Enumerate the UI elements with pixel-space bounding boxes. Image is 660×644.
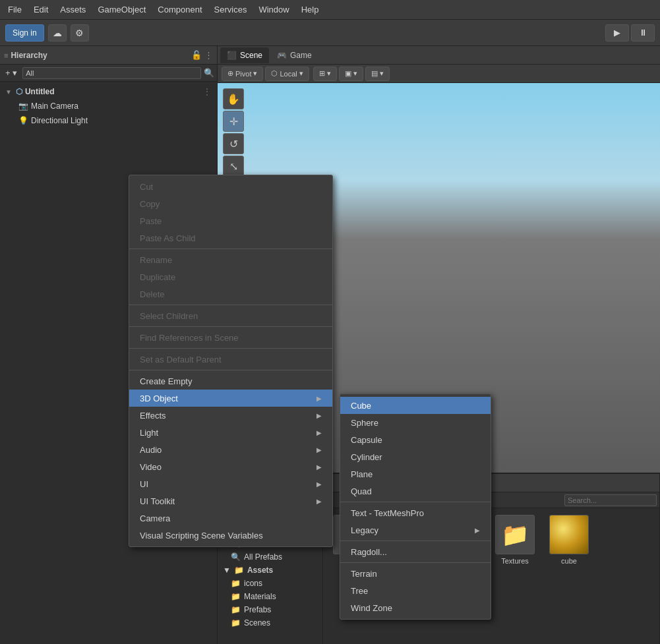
- sub-ragdoll[interactable]: Ragdoll...: [340, 543, 491, 560]
- cloud-button[interactable]: ☁: [48, 24, 67, 42]
- ctx-light[interactable]: Light ▶: [129, 424, 332, 441]
- ctx-copy[interactable]: Copy: [129, 195, 332, 212]
- ctx-ui[interactable]: UI ▶: [129, 475, 332, 492]
- local-label: Local: [280, 70, 297, 78]
- pivot-label: Pivot: [235, 70, 251, 78]
- menu-edit[interactable]: Edit: [28, 3, 53, 16]
- ctx-sep-1: [129, 249, 332, 249]
- pivot-icon: ⊕: [227, 69, 233, 78]
- menu-window[interactable]: Window: [253, 3, 294, 16]
- ctx-select-children-label: Select Children: [140, 311, 198, 321]
- scene-toolbar: ⊕ Pivot ▾ ⬡ Local ▾ ⊞ ▾ ▣ ▾ ▤ ▾: [218, 65, 660, 83]
- play-button[interactable]: ▶: [605, 24, 629, 42]
- hierarchy-add-button[interactable]: + ▾: [3, 67, 20, 79]
- ctx-delete[interactable]: Delete: [129, 285, 332, 303]
- render-button[interactable]: ▣ ▾: [339, 67, 363, 81]
- pivot-button[interactable]: ⊕ Pivot ▾: [222, 67, 263, 81]
- ctx-sep-4: [129, 348, 332, 349]
- menu-assets[interactable]: Assets: [55, 3, 91, 16]
- asset-textures[interactable]: 📁 Textures: [492, 515, 538, 565]
- menu-help[interactable]: Help: [296, 3, 324, 16]
- hierarchy-search-button[interactable]: 🔍: [204, 68, 214, 78]
- context-menu: Cut Copy Paste Paste As Child Rename Dup…: [129, 175, 333, 547]
- move-tool[interactable]: ✛: [223, 111, 244, 132]
- ctx-effects-arrow: ▶: [316, 412, 322, 419]
- sidebar-materials[interactable]: 📁 Materials: [218, 590, 322, 603]
- ctx-set-default-parent-label: Set as Default Parent: [140, 355, 222, 365]
- ctx-video[interactable]: Video ▶: [129, 458, 332, 475]
- ctx-ui-toolkit[interactable]: UI Toolkit ▶: [129, 492, 332, 510]
- main-toolbar: Sign in ☁ ⚙ ▶ ⏸: [0, 20, 660, 46]
- sub-cube-label: Cube: [351, 401, 371, 411]
- tab-game[interactable]: 🎮 Game: [270, 47, 318, 63]
- sub-textmeshpro[interactable]: Text - TextMeshPro: [340, 504, 491, 521]
- ctx-delete-label: Delete: [140, 289, 165, 299]
- rotate-tool[interactable]: ↺: [223, 133, 244, 154]
- ctx-visual-scripting[interactable]: Visual Scripting Scene Variables: [129, 527, 332, 544]
- ctx-duplicate[interactable]: Duplicate: [129, 268, 332, 285]
- ctx-effects[interactable]: Effects ▶: [129, 407, 332, 424]
- hierarchy-more-btn[interactable]: ⋮: [204, 50, 213, 60]
- sidebar-all-prefabs[interactable]: 🔍 All Prefabs: [218, 550, 322, 564]
- hierarchy-lock-btn[interactable]: 🔓: [191, 50, 202, 60]
- menu-file[interactable]: File: [3, 3, 27, 16]
- scale-tool[interactable]: ⤡: [223, 156, 244, 177]
- sub-sphere[interactable]: Sphere: [340, 414, 491, 431]
- asset-cube[interactable]: cube: [546, 515, 592, 565]
- signin-button[interactable]: Sign in: [5, 24, 44, 42]
- tab-scene[interactable]: ⬛ Scene: [220, 47, 269, 63]
- local-button[interactable]: ⬡ Local ▾: [265, 67, 309, 81]
- gizmo-button[interactable]: ⊞ ▾: [313, 67, 337, 81]
- sub-quad[interactable]: Quad: [340, 483, 491, 500]
- sub-plane[interactable]: Plane: [340, 465, 491, 483]
- effect-button[interactable]: ▤ ▾: [365, 67, 390, 81]
- pause-button[interactable]: ⏸: [631, 24, 655, 42]
- hierarchy-search-input[interactable]: [22, 67, 201, 79]
- menu-component[interactable]: Component: [152, 3, 207, 16]
- hierarchy-arrow: ▼: [5, 88, 12, 96]
- icons-label: icons: [244, 579, 262, 588]
- ctx-3d-object[interactable]: 3D Object ▶: [129, 390, 332, 407]
- sub-capsule[interactable]: Capsule: [340, 431, 491, 448]
- sub-terrain[interactable]: Terrain: [340, 565, 491, 582]
- hierarchy-root-more[interactable]: ⋮: [202, 86, 212, 97]
- sub-wind-zone[interactable]: Wind Zone: [340, 599, 491, 616]
- hierarchy-root-item[interactable]: ▼ ⬡ Untitled ⋮: [0, 84, 217, 99]
- pivot-arrow: ▾: [253, 69, 257, 78]
- ctx-3d-object-arrow: ▶: [316, 395, 322, 402]
- sub-plane-label: Plane: [351, 469, 373, 479]
- sidebar-assets[interactable]: ▼ 📁 Assets: [218, 564, 322, 577]
- hierarchy-panel-icon: ≡: [4, 51, 8, 59]
- ctx-select-children[interactable]: Select Children: [129, 307, 332, 324]
- ctx-video-label: Video: [140, 462, 162, 472]
- settings-button[interactable]: ⚙: [71, 24, 89, 42]
- sub-cylinder-label: Cylinder: [351, 452, 382, 462]
- menu-gameobject[interactable]: GameObject: [92, 3, 151, 16]
- ctx-set-default-parent[interactable]: Set as Default Parent: [129, 351, 332, 368]
- sidebar-prefabs[interactable]: 📁 Prefabs: [218, 603, 322, 616]
- sub-cube[interactable]: Cube: [340, 397, 491, 414]
- ctx-video-arrow: ▶: [316, 463, 322, 471]
- hand-tool[interactable]: ✋: [223, 88, 244, 109]
- ctx-find-references[interactable]: Find References in Scene: [129, 329, 332, 346]
- project-search-input[interactable]: [564, 494, 657, 506]
- ctx-cut[interactable]: Cut: [129, 178, 332, 195]
- ctx-audio[interactable]: Audio ▶: [129, 441, 332, 458]
- ctx-paste-as-child[interactable]: Paste As Child: [129, 229, 332, 247]
- sidebar-scenes[interactable]: 📁 Scenes: [218, 616, 322, 629]
- ctx-camera[interactable]: Camera: [129, 510, 332, 527]
- menu-services[interactable]: Services: [209, 3, 253, 16]
- hierarchy-directional-light[interactable]: 💡 Directional Light: [0, 113, 217, 128]
- scene-tab-icon: ⬛: [227, 51, 237, 60]
- sub-legacy-label: Legacy: [351, 525, 378, 535]
- ctx-paste[interactable]: Paste: [129, 212, 332, 229]
- ctx-rename[interactable]: Rename: [129, 251, 332, 268]
- sub-legacy[interactable]: Legacy ▶: [340, 521, 491, 539]
- sub-tree[interactable]: Tree: [340, 582, 491, 599]
- sidebar-icons[interactable]: 📁 icons: [218, 577, 322, 590]
- hierarchy-main-camera[interactable]: 📷 Main Camera: [0, 99, 217, 113]
- ctx-audio-label: Audio: [140, 445, 162, 455]
- ctx-create-empty[interactable]: Create Empty: [129, 372, 332, 390]
- sub-capsule-label: Capsule: [351, 435, 382, 445]
- sub-cylinder[interactable]: Cylinder: [340, 448, 491, 465]
